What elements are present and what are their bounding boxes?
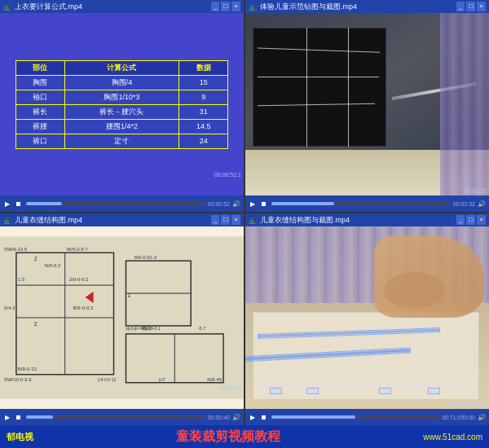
play-btn-4[interactable]: ▶ [249,413,257,422]
maximize-btn-3[interactable]: □ [221,215,230,225]
play-btn-1[interactable]: ▶ [3,200,11,209]
progress-fill-1 [26,202,62,205]
maximize-btn-2[interactable]: □ [466,2,475,11]
stop-btn-3[interactable]: ⏹ [14,413,24,422]
controls-2[interactable]: ▶ ⏹ 00:03:32 🔊 [245,195,489,212]
title-icon-3: 📺 [3,217,11,224]
controls-1[interactable]: ▶ ⏹ 00:00:52 🔊 [0,195,244,212]
progress-fill-3 [26,415,53,419]
progress-bar-1[interactable] [26,202,205,205]
formula-table: 部位 计算公式 数据 胸围 胸围/4 15 [15,60,229,149]
pattern-svg: SW/9-13.5 W/5-0.5-7 9/9-0-02-3 1.5 N/5-0… [0,226,244,409]
svg-text:SW/10-0.3-3: SW/10-0.3-3 [4,377,32,382]
pattern-panel: SW/9-13.5 W/5-0.5-7 9/9-0-02-3 1.5 N/5-0… [0,226,244,409]
bottom-title: 童装裁剪视频教程 [38,428,418,446]
volume-icon-4[interactable]: 🔊 [478,414,486,421]
video-panel-1: 📺 上衣要计算公式.mp4 _ □ × 部位 计算公式 数据 [0,0,244,212]
fabric-panel: 00:03:32 [245,13,489,195]
title-bar-3: 📺 儿童衣缝结构图.mp4 _ □ × [0,213,244,226]
cell: 裤长 [15,104,64,119]
cell: 9 [179,90,228,104]
svg-text:B/9-0-0.2: B/9-0-0.2 [73,305,94,310]
video-panel-4: 📺 儿童衣缝结构图与裁图.mp4 _ □ × [245,213,489,425]
time-1: 00:00:52 [208,201,230,207]
cell: 胸围1/10*3 [64,90,178,104]
svg-text:1/7: 1/7 [158,377,165,382]
table-row: 裤腰 腰围1/4*2 14.5 [15,119,228,134]
title-text-1: 上衣要计算公式.mp4 [15,2,208,12]
cell: 24 [179,134,228,148]
progress-fill-2 [271,202,334,205]
video-content-4: 00:71:050:00 [245,226,489,409]
volume-icon-1[interactable]: 🔊 [232,200,240,208]
progress-bar-2[interactable] [271,202,451,205]
time-4: 00:71:050:00 [442,415,475,420]
svg-text:W/5-0.5-7: W/5-0.5-7 [67,247,89,252]
title-bar-2: 📺 体验儿童示范钻图与裁图.mp4 _ □ × [245,0,489,13]
minimize-btn-2[interactable]: _ [456,2,465,11]
close-btn-2[interactable]: × [477,2,486,11]
time-3: 00:00:40 [208,415,230,420]
close-btn-4[interactable]: × [477,215,486,225]
cell: 裤长－腰穴头 [64,104,178,119]
minimize-btn-3[interactable]: _ [211,215,219,225]
maximize-btn-1[interactable]: □ [221,2,230,11]
controls-4[interactable]: ▶ ⏹ 00:71:050:00 🔊 [245,409,489,425]
table-row: 胸围 胸围/4 15 [15,75,228,90]
col-header-part: 部位 [15,60,64,75]
cell: 14.5 [179,119,228,134]
stop-btn-1[interactable]: ⏹ [14,200,24,209]
video-panel-2: 📺 体验儿童示范钻图与裁图.mp4 _ □ × [245,0,489,212]
bottom-bar: 郁电视 童装裁剪视频教程 www.51cad.com [0,425,489,448]
minimize-btn-1[interactable]: _ [211,2,219,11]
close-btn-3[interactable]: × [231,215,240,225]
close-btn-1[interactable]: × [231,2,240,11]
title-controls-3: _ □ × [211,215,240,225]
controls-3[interactable]: ▶ ⏹ 00:00:40 🔊 [0,409,244,425]
volume-icon-3[interactable]: 🔊 [232,414,240,421]
svg-text:9/9-0-02-3: 9/9-0-02-3 [134,255,156,260]
measuring-panel: 00:71:050:00 [245,226,489,409]
title-bar-4: 📺 儿童衣缝结构图与裁图.mp4 _ □ × [245,213,489,226]
maximize-btn-4[interactable]: □ [466,215,475,225]
video-content-2: 00:03:32 [245,13,489,195]
title-bar-1: 📺 上衣要计算公式.mp4 _ □ × [0,0,244,13]
title-controls-2: _ □ × [456,2,486,11]
bottom-logo: 郁电视 [7,431,33,443]
svg-text:2: 2 [34,321,37,327]
svg-text:2/9-0-0.2: 2/9-0-0.2 [69,277,90,282]
volume-icon-2[interactable]: 🔊 [478,200,486,208]
title-text-3: 儿童衣缝结构图.mp4 [15,215,208,226]
col-header-data: 数据 [179,60,228,75]
cell: 胸围/4 [64,75,178,90]
minimize-btn-4[interactable]: _ [456,215,465,225]
measuring-scene: 00:71:050:00 [245,226,489,409]
table-row: 裤长 裤长－腰穴头 31 [15,104,228,119]
title-icon-4: 📺 [249,217,257,224]
svg-text:2: 2 [34,256,37,261]
cell: 裤口 [15,134,64,148]
title-controls-4: _ □ × [456,215,486,225]
svg-text:B/9-0-13: B/9-0-13 [18,367,37,371]
play-btn-3[interactable]: ▶ [3,413,11,422]
fabric-scene: 00:03:32 [245,13,489,195]
cell: 15 [179,75,228,90]
stop-btn-4[interactable]: ⏹ [259,413,269,422]
svg-text:1/4-0.5-12: 1/4-0.5-12 [98,377,117,382]
svg-text:SW/9-13.5: SW/9-13.5 [4,247,28,252]
progress-bar-3[interactable] [26,415,205,419]
svg-text:N/5-0.2: N/5-0.2 [45,263,61,268]
col-header-formula: 计算公式 [64,60,178,75]
stop-btn-2[interactable]: ⏹ [259,200,269,209]
cell: 袖口 [15,90,64,104]
title-controls-1: _ □ × [211,2,240,11]
svg-text:5/4-2: 5/4-2 [4,305,15,310]
cell: 胸围 [15,75,64,90]
title-text-4: 儿童衣缝结构图与裁图.mp4 [260,215,453,226]
svg-text:1: 1 [127,292,130,298]
time-2: 00:03:32 [453,201,475,207]
progress-bar-4[interactable] [271,415,439,419]
play-btn-2[interactable]: ▶ [249,200,257,209]
video-content-3: SW/9-13.5 W/5-0.5-7 9/9-0-02-3 1.5 N/5-0… [0,226,244,409]
svg-text:油出来=9/5-9/9-0.1: 油出来=9/5-9/9-0.1 [126,326,160,331]
